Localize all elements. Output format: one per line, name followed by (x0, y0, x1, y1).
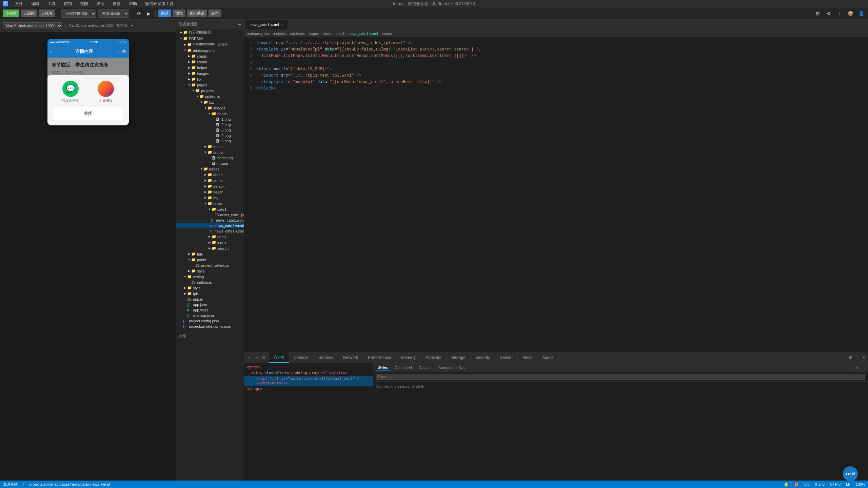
dt-tab-sources[interactable]: Sources (314, 352, 338, 363)
breadcrumb-item-6[interactable]: cate1 (335, 32, 344, 36)
dt-tab-mock[interactable]: Mock (518, 352, 537, 363)
breadcrumb-item-4[interactable]: pages (309, 32, 319, 36)
tree-item-tabbar[interactable]: ▼ 📁 tabbar (176, 149, 244, 155)
dt-tab-memory[interactable]: Memory (396, 352, 421, 363)
real-machine-btn[interactable]: 预览 (173, 9, 185, 17)
menu-edit[interactable]: 编辑 (30, 0, 41, 7)
menu-interface[interactable]: 界面 (95, 0, 106, 7)
tree-item-cate1[interactable]: ▼ 📁 cate1 (176, 206, 244, 212)
tree-item-app-json[interactable]: ▶ {} app.json (176, 302, 244, 307)
menu-wechat-dev[interactable]: 微信开发者工具 (144, 0, 175, 7)
dt-tab-storage[interactable]: Storage (447, 352, 471, 363)
dt-tab-appdata[interactable]: AppData (421, 352, 447, 363)
user-avatar-btn[interactable]: 👤 (857, 9, 865, 18)
upload-cloud-btn[interactable]: ↑ (835, 9, 844, 18)
tree-item-formal[interactable]: ▼ 📁 FORMAL (176, 36, 244, 41)
editor-tab-wxml[interactable]: news_cate1.wxml × (245, 20, 288, 29)
breadcrumb-item-1[interactable]: mainprogram (247, 32, 269, 36)
tree-item-news-cate1-json[interactable]: ▶ {} news_cate1.json (176, 218, 244, 223)
plus-icon[interactable]: + (863, 366, 865, 370)
tree-item-2png[interactable]: ▶ 🖼 2.png (176, 122, 244, 127)
tree-header-icon[interactable]: ··· (238, 22, 241, 26)
tree-item-tpls[interactable]: ▶ 📁 tpls (176, 251, 244, 257)
share-wechat-item[interactable]: 💬 转发给朋友 (62, 81, 79, 103)
styles-filter-input[interactable] (376, 374, 865, 380)
tree-item-index[interactable]: ▶ 📁 index (176, 240, 244, 245)
tree-item-3png[interactable]: ▶ 🖼 3.png (176, 127, 244, 133)
dt-tab-audits[interactable]: Audits (537, 352, 558, 363)
tree-item-myjpg[interactable]: ▶ 🖼 my.jpg (176, 161, 244, 166)
device-size-select[interactable]: Mac 21-inch and above 100% (3, 22, 62, 29)
preview-btn[interactable]: 编译 (158, 9, 171, 17)
share-close-btn[interactable]: 关闭 (53, 107, 123, 120)
settings-nav-icon[interactable]: ⊕ (122, 49, 126, 54)
tree-item-admin[interactable]: ▶ 📁 admin (176, 178, 244, 183)
html-node-page[interactable]: <page> (244, 364, 373, 370)
dt-tab-security[interactable]: Security (471, 352, 495, 363)
computed-tab[interactable]: Computed (393, 365, 414, 371)
tree-item-comm[interactable]: ▶ 📁 comm (176, 59, 244, 65)
breadcrumb-item-3[interactable]: epidemic (290, 32, 305, 36)
html-node-cmpt[interactable]: <cmpt-list is="cmpts/biz/detail/detail_c… (244, 376, 373, 386)
tree-item-app-js[interactable]: ▶ JS app.js (176, 297, 244, 302)
tree-item-detail[interactable]: ▶ 📁 detail (176, 234, 244, 240)
upload-select[interactable]: 资源编辑器 (98, 9, 129, 18)
tree-item-news[interactable]: ▼ 📁 news (176, 201, 244, 206)
cloud-functions-btn[interactable]: 云函数 (21, 9, 37, 17)
tree-item-project-config[interactable]: ▶ {} project.config.json (176, 318, 244, 324)
component-data-tab[interactable]: Component Data (436, 365, 469, 371)
compile-btn[interactable]: ▶ (144, 9, 153, 18)
breadcrumb-item-8[interactable]: import (382, 32, 393, 36)
more-icon[interactable]: ··· (115, 49, 119, 54)
tree-item-style2[interactable]: ▶ 📁 style (176, 285, 244, 291)
settings-gear-btn[interactable]: ⚙ (825, 9, 833, 18)
dt-tab-network[interactable]: Network (338, 352, 363, 363)
tree-item-about[interactable]: ▶ 📁 about (176, 172, 244, 178)
tree-item-4png[interactable]: ▶ 🖼 4.png (176, 133, 244, 138)
menu-settings[interactable]: 设置 (111, 0, 122, 7)
tree-item-my[interactable]: ▶ 📁 my (176, 195, 244, 201)
tree-item-helper[interactable]: ▶ 📁 helper (176, 65, 244, 70)
tree-item-setting-js[interactable]: ▶ JS setting.js (176, 280, 244, 285)
menu-view[interactable]: 视图 (79, 0, 90, 7)
tree-item-pages2[interactable]: ▼ 📁 pages (176, 166, 244, 172)
cloud-hosting-btn[interactable]: 云托管 (39, 9, 55, 17)
tree-item-health2[interactable]: ▶ 📁 health (176, 189, 244, 195)
tree-item-news-cate1-wxss[interactable]: ▶ # news_cate1.wxss (176, 228, 244, 234)
publish-btn[interactable]: 真机调试 (187, 9, 207, 17)
close-devtools-icon[interactable]: ✕ (262, 355, 266, 360)
devtools-close-icon[interactable]: ✕ (862, 355, 865, 360)
tree-item-pages[interactable]: ▼ 📁 pages (176, 82, 244, 88)
tree-item-lib[interactable]: ▶ 📁 lib (176, 76, 244, 82)
tree-item-cloudfunctions[interactable]: ▶ 📁 cloudfunctions | 当前环... (176, 41, 244, 47)
tree-item-project-setting[interactable]: ▶ JS project_setting.js (176, 263, 244, 268)
tree-item-default[interactable]: ▶ 📁 default (176, 183, 244, 189)
tree-item-projects[interactable]: ▼ 📁 projects (176, 88, 244, 94)
dt-tab-console[interactable]: Console (289, 352, 314, 363)
breadcrumb-item-2[interactable]: projects (273, 32, 286, 36)
close-tab-btn[interactable]: × (281, 22, 283, 27)
dataset-tab[interactable]: Dataset (417, 365, 434, 371)
tree-item-miniprogram[interactable]: ▼ 📁 miniprogram (176, 47, 244, 53)
breadcrumb-item-7[interactable]: news_cate1.wxml (349, 32, 378, 36)
tree-item-health[interactable]: ▼ 📁 health (176, 111, 244, 117)
code-editor[interactable]: 1 <import src="../../../../../tpls/proje… (244, 37, 868, 352)
tree-item-cmpts[interactable]: ▶ 📁 cmpts (176, 53, 244, 59)
tree-item-homejpg[interactable]: ▶ 🖼 home.jpg (176, 155, 244, 161)
refresh-btn[interactable]: ⟳ (135, 9, 143, 18)
dt-tab-performance[interactable]: Performance (363, 352, 396, 363)
devtools-settings-icon[interactable]: ⚙ (849, 355, 852, 360)
menu-tool[interactable]: 工具 (46, 0, 57, 7)
version-btn[interactable]: 📦 (846, 9, 854, 18)
simulator-device-select[interactable]: 小程序模拟器 (61, 9, 96, 18)
menu-file[interactable]: 文件 (14, 0, 24, 7)
tree-item-app-wxss[interactable]: ▶ # app.wxss (176, 307, 244, 313)
tree-item-5png[interactable]: ▶ 🖼 5.png (176, 138, 244, 144)
tree-item-style[interactable]: ▶ 📁 style (176, 268, 244, 274)
forward-nav-icon[interactable]: → (254, 355, 259, 360)
tree-item-biz[interactable]: ▼ 📁 biz (176, 99, 244, 105)
tree-item-project-private[interactable]: ▶ {} project.private.config.json (176, 324, 244, 329)
tree-item-setting[interactable]: ▼ 📁 setting (176, 274, 244, 280)
dt-tab-sensor[interactable]: Sensor (495, 352, 518, 363)
styles-tab[interactable]: Styles (376, 364, 390, 371)
